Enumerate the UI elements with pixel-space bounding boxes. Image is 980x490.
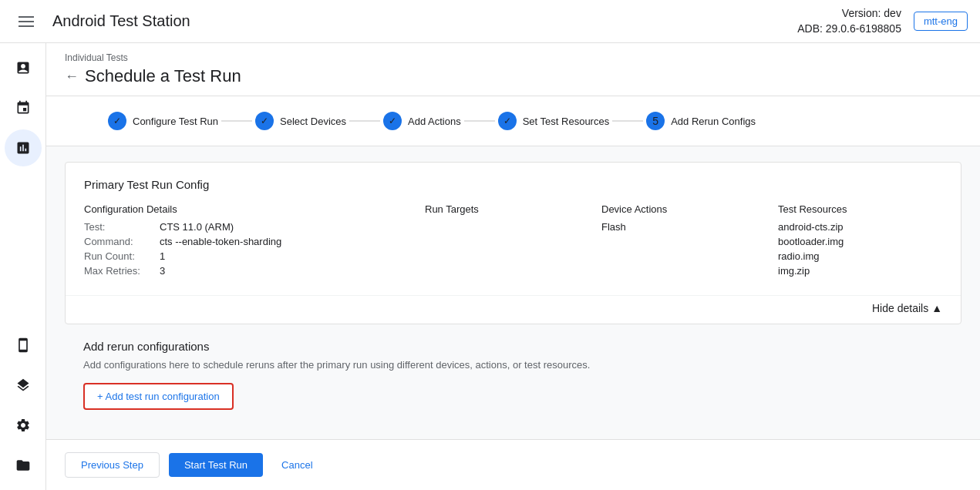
- back-button[interactable]: ←: [65, 69, 79, 85]
- step-1: ✓ Configure Test Run: [108, 112, 218, 130]
- test-resource-1: bootloader.img: [778, 236, 942, 247]
- config-row-maxretries: Max Retries: 3: [84, 265, 413, 277]
- step-connector-1: [221, 120, 252, 122]
- version-info: Version: dev ADB: 29.0.6-6198805: [797, 6, 901, 36]
- primary-config-card: Primary Test Run Config Configuration De…: [65, 162, 961, 324]
- hide-details-link[interactable]: Hide details ▲: [872, 302, 942, 314]
- sidebar-item-settings[interactable]: [5, 407, 42, 444]
- sidebar-item-tests[interactable]: [5, 49, 42, 86]
- hide-details-row: Hide details ▲: [66, 295, 961, 324]
- add-config-button[interactable]: + Add test run configuration: [83, 383, 234, 410]
- runcount-value: 1: [160, 250, 165, 262]
- device-actions-header: Device Actions: [601, 203, 766, 215]
- config-details-col: Configuration Details Test: CTS 11.0 (AR…: [84, 203, 413, 280]
- sidebar-item-folder[interactable]: [5, 447, 42, 484]
- step-2: ✓ Select Devices: [255, 112, 346, 130]
- step-2-icon: ✓: [255, 112, 274, 130]
- rerun-description: Add configurations here to schedule reru…: [83, 359, 943, 371]
- env-badge[interactable]: mtt-eng: [914, 12, 968, 31]
- main-layout: Individual Tests ← Schedule a Test Run ✓…: [0, 43, 980, 490]
- test-resource-3: img.zip: [778, 265, 942, 277]
- maxretries-label: Max Retries:: [84, 265, 153, 277]
- config-row-runcount: Run Count: 1: [84, 250, 413, 262]
- card-inner: Primary Test Run Config Configuration De…: [66, 163, 961, 295]
- step-3-icon: ✓: [383, 112, 402, 130]
- content-area: Primary Test Run Config Configuration De…: [46, 146, 980, 439]
- cancel-button[interactable]: Cancel: [272, 453, 322, 477]
- sidebar-item-layers[interactable]: [5, 367, 42, 404]
- maxretries-value: 3: [160, 265, 165, 277]
- sidebar-item-device[interactable]: [5, 327, 42, 364]
- page-title: Schedule a Test Run: [85, 66, 241, 86]
- step-4-label: Set Test Resources: [523, 116, 609, 127]
- test-resource-2: radio.img: [778, 250, 942, 262]
- config-row-test: Test: CTS 11.0 (ARM): [84, 221, 413, 233]
- step-5-icon: 5: [646, 112, 665, 130]
- hamburger-menu-icon[interactable]: [12, 10, 40, 33]
- primary-config-title: Primary Test Run Config: [84, 178, 942, 191]
- config-columns: Configuration Details Test: CTS 11.0 (AR…: [84, 203, 942, 280]
- command-label: Command:: [84, 236, 153, 247]
- rerun-section: Add rerun configurations Add configurati…: [65, 340, 961, 410]
- previous-step-button[interactable]: Previous Step: [65, 452, 160, 478]
- breadcrumb: Individual Tests: [65, 52, 961, 63]
- step-connector-4: [612, 120, 643, 122]
- header-left: Android Test Station: [12, 10, 190, 33]
- step-1-label: Configure Test Run: [133, 116, 218, 127]
- test-value: CTS 11.0 (ARM): [160, 221, 234, 233]
- config-details-header: Configuration Details: [84, 203, 413, 215]
- stepper: ✓ Configure Test Run ✓ Select Devices ✓ …: [46, 96, 980, 146]
- step-connector-3: [464, 120, 495, 122]
- step-4: ✓ Set Test Resources: [498, 112, 609, 130]
- step-5: 5 Add Rerun Configs: [646, 112, 756, 130]
- run-targets-header: Run Targets: [425, 203, 589, 215]
- content-body: Primary Test Run Config Configuration De…: [46, 146, 980, 425]
- test-label: Test:: [84, 221, 153, 233]
- header-right: Version: dev ADB: 29.0.6-6198805 mtt-eng: [797, 6, 968, 36]
- device-action-flash: Flash: [601, 221, 766, 233]
- app-title: Android Test Station: [52, 12, 190, 30]
- page-title-row: ← Schedule a Test Run: [65, 66, 961, 96]
- hide-details-label: Hide details: [872, 302, 928, 314]
- run-targets-col: Run Targets: [425, 203, 589, 280]
- chevron-up-icon: ▲: [931, 302, 942, 314]
- sidebar-item-analytics[interactable]: [5, 129, 42, 166]
- top-header: Android Test Station Version: dev ADB: 2…: [0, 0, 980, 43]
- rerun-title: Add rerun configurations: [83, 340, 943, 353]
- step-1-icon: ✓: [108, 112, 126, 130]
- sidebar-item-calendar[interactable]: [5, 89, 42, 126]
- sidebar: [0, 43, 46, 490]
- step-3: ✓ Add Actions: [383, 112, 461, 130]
- start-test-run-button[interactable]: Start Test Run: [169, 453, 263, 477]
- right-panel: Individual Tests ← Schedule a Test Run ✓…: [46, 43, 980, 490]
- step-connector-2: [349, 120, 380, 122]
- config-row-command: Command: cts --enable-token-sharding: [84, 236, 413, 247]
- step-3-label: Add Actions: [408, 116, 461, 127]
- step-2-label: Select Devices: [280, 116, 346, 127]
- runcount-label: Run Count:: [84, 250, 153, 262]
- command-value: cts --enable-token-sharding: [160, 236, 281, 247]
- step-5-label: Add Rerun Configs: [671, 116, 756, 127]
- test-resources-header: Test Resources: [778, 203, 942, 215]
- device-actions-col: Device Actions Flash: [601, 203, 766, 280]
- footer-actions: Previous Step Start Test Run Cancel: [46, 439, 980, 490]
- test-resource-0: android-cts.zip: [778, 221, 942, 233]
- test-resources-col: Test Resources android-cts.zip bootloade…: [778, 203, 942, 280]
- page-header: Individual Tests ← Schedule a Test Run: [46, 43, 980, 96]
- step-4-icon: ✓: [498, 112, 517, 130]
